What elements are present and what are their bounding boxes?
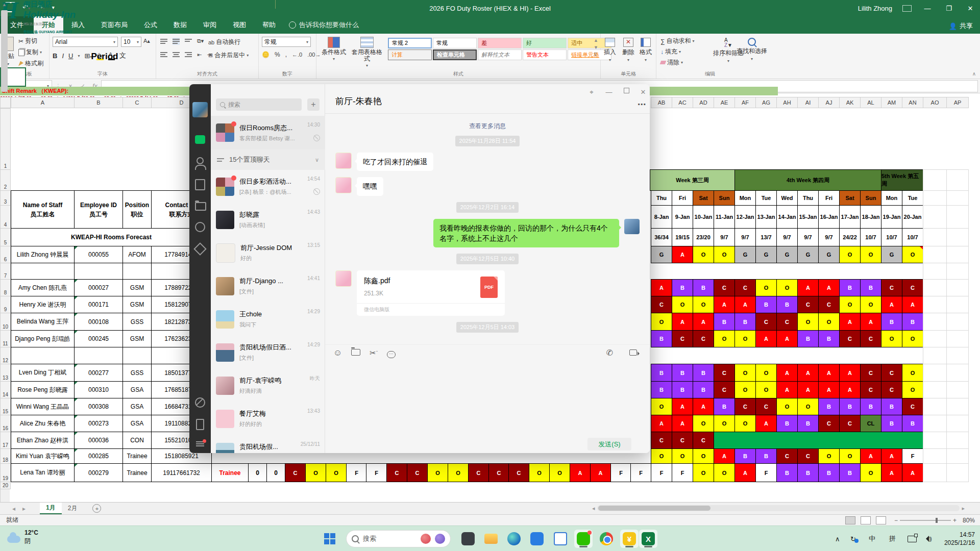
forecast-cell[interactable]: 13/7 — [755, 228, 777, 246]
roster-cell[interactable]: B — [755, 448, 777, 464]
roster-cell[interactable]: O — [818, 313, 840, 331]
roster-cell[interactable]: B — [881, 313, 902, 331]
select-all-corner[interactable] — [0, 97, 11, 108]
date-cell[interactable]: 9-Jan — [672, 205, 693, 229]
staff-cell[interactable]: GSS — [122, 364, 152, 382]
roster-cell[interactable]: C — [651, 296, 672, 313]
staff-cell[interactable]: Lven Ding 丁相斌 — [11, 364, 75, 382]
forecast-cell[interactable]: 19/15 — [672, 228, 693, 246]
roster-cell[interactable]: O — [839, 246, 861, 263]
forecast-cell[interactable]: 10/7 — [881, 228, 902, 246]
staff-cell[interactable]: 000285 — [74, 448, 123, 464]
empty-cell[interactable] — [923, 381, 947, 398]
staff-cell[interactable]: 000036 — [74, 432, 123, 449]
roster-cell[interactable]: B — [693, 364, 714, 382]
roster-cell[interactable]: O — [714, 330, 735, 347]
message-bubble[interactable]: 嘿嘿 — [357, 177, 383, 195]
roster-cell[interactable]: C — [488, 463, 509, 482]
roster-cell[interactable]: O — [672, 448, 693, 464]
day-header-cell[interactable]: Thu — [651, 190, 672, 206]
empty-cell[interactable] — [923, 296, 947, 313]
roster-cell[interactable]: A — [734, 463, 756, 482]
roster-cell[interactable]: A — [672, 398, 693, 415]
roster-cell[interactable]: C — [881, 364, 902, 382]
staff-table-header[interactable]: Position职位 — [122, 190, 152, 229]
empty-cell[interactable] — [923, 432, 947, 449]
message-avatar[interactable] — [624, 219, 640, 234]
roster-cell[interactable]: A — [860, 313, 881, 331]
roster-cell[interactable]: C — [693, 330, 714, 347]
forecast-title[interactable]: KWEAP-HI Rooms Forecast — [11, 228, 212, 246]
week-header[interactable]: Week 第三周 — [650, 169, 735, 191]
roster-cell[interactable]: O — [881, 330, 902, 347]
column-header[interactable]: B — [74, 97, 123, 108]
roster-cell[interactable]: O — [860, 246, 881, 263]
empty-cell[interactable] — [923, 364, 947, 382]
staff-cell[interactable]: Django Peng 彭琨皓 — [11, 330, 75, 347]
roster-cell[interactable]: C — [797, 296, 819, 313]
roster-cell[interactable]: B — [860, 279, 881, 296]
forecast-cell[interactable]: 9/7 — [797, 228, 819, 246]
volume-icon[interactable]: )) — [923, 526, 932, 551]
empty-cell[interactable] — [946, 205, 969, 229]
forecast-cell[interactable]: 23/20 — [693, 228, 714, 246]
staff-cell[interactable]: 000308 — [74, 398, 123, 415]
start-button[interactable] — [321, 530, 339, 548]
wechat-search-input[interactable]: 搜索 — [216, 98, 302, 111]
roster-cell[interactable]: A — [776, 381, 798, 398]
roster-cell[interactable]: C — [714, 381, 735, 398]
roster-cell[interactable]: O — [755, 364, 777, 382]
chat-list-item[interactable]: 彭晓露[动画表情]14:43 — [211, 203, 325, 236]
roster-cell[interactable]: B — [714, 398, 735, 415]
roster-cell[interactable]: C — [881, 381, 902, 398]
roster-cell[interactable]: O — [734, 364, 756, 382]
new-chat-button[interactable]: + — [307, 98, 320, 111]
pin-icon[interactable]: ⌖ — [587, 88, 596, 96]
date-cell[interactable]: 10-Jan — [693, 205, 714, 229]
roster-cell[interactable]: A — [902, 463, 923, 482]
roster-cell[interactable]: A — [714, 448, 735, 464]
roster-cell[interactable]: F — [672, 463, 693, 482]
empty-cell[interactable] — [923, 228, 947, 246]
forecast-cell[interactable]: 36/34 — [651, 228, 672, 246]
roster-cell[interactable]: B — [672, 279, 693, 296]
roster-cell[interactable]: F — [630, 463, 651, 482]
roster-cell[interactable]: C — [860, 364, 881, 382]
empty-cell[interactable] — [923, 190, 947, 206]
roster-cell[interactable]: A — [818, 279, 840, 296]
staff-cell[interactable]: 000245 — [74, 330, 123, 347]
date-cell[interactable]: 11-Jan — [714, 205, 735, 229]
roster-cell[interactable]: B — [776, 296, 798, 313]
roster-cell[interactable]: B — [734, 313, 756, 331]
app-portrait-icon[interactable] — [459, 530, 477, 548]
empty-cell[interactable] — [923, 246, 947, 263]
video-call-icon[interactable] — [629, 348, 642, 358]
roster-cell[interactable]: B — [902, 415, 923, 432]
pinned-chats-header[interactable]: 15个置顶聊天∨ — [211, 149, 325, 170]
column-header[interactable]: AD — [693, 97, 714, 108]
send-file-icon[interactable] — [351, 348, 360, 358]
roster-cell[interactable]: O — [776, 279, 798, 296]
roster-cell[interactable]: A — [776, 364, 798, 382]
row19-zero-cell[interactable]: 0 — [266, 463, 285, 482]
staff-cell[interactable]: Amy Chen 陈孔燕 — [11, 279, 75, 296]
staff-cell[interactable]: 000277 — [74, 364, 123, 382]
row-header[interactable]: 14 — [0, 381, 11, 398]
roster-cell[interactable]: C — [818, 296, 840, 313]
app-blue-icon[interactable] — [528, 530, 546, 548]
empty-cell[interactable] — [946, 347, 969, 364]
date-cell[interactable]: 19-Jan — [881, 205, 902, 229]
roster-cell[interactable]: C — [860, 381, 881, 398]
normal-view-icon[interactable] — [845, 516, 855, 524]
chat-list-item[interactable]: 前厅-Jessie DOM好的13:15 — [211, 236, 325, 269]
roster-cell[interactable]: C — [714, 279, 735, 296]
roster-cell[interactable]: A — [797, 279, 819, 296]
roster-cell[interactable]: C — [776, 313, 798, 331]
chat-list-item[interactable]: 前厅-袁宇嵘鸣好滴好滴昨天 — [211, 369, 325, 402]
staff-cell[interactable] — [74, 347, 123, 364]
column-header[interactable]: AK — [839, 97, 861, 108]
roster-cell[interactable]: C — [797, 448, 819, 464]
roster-cell[interactable]: B — [860, 398, 881, 415]
column-header[interactable]: AE — [714, 97, 735, 108]
roster-cell[interactable]: O — [714, 246, 735, 263]
